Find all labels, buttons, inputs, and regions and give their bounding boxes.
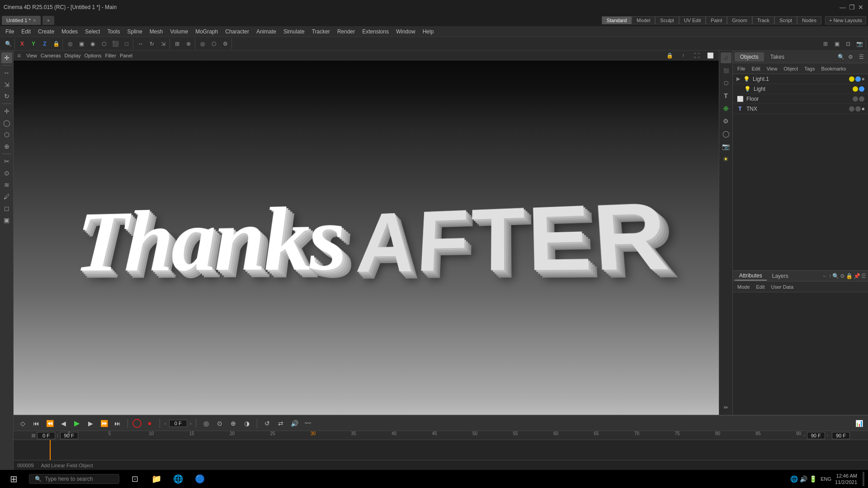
objects-settings-icon[interactable]: ⚙	[845, 52, 855, 62]
play-button[interactable]: ▶	[71, 418, 82, 429]
search-taskbar-button[interactable]: 🔍 Type here to search	[25, 471, 123, 487]
render-start-frame[interactable]: 90 F	[807, 432, 825, 439]
render-preview-button[interactable]: ▣	[76, 38, 87, 49]
layout-tab-script[interactable]: Script	[774, 16, 797, 24]
right-tool-material[interactable]: ❈	[721, 103, 731, 114]
tool-fill[interactable]: ▣	[1, 215, 12, 225]
options-menu-item[interactable]: Options	[85, 53, 102, 58]
go-end-button[interactable]: ⏭	[112, 418, 123, 429]
battery-icon[interactable]: 🔋	[809, 475, 817, 483]
render-all-button[interactable]: ⬡	[99, 38, 109, 49]
tool-smooth[interactable]: ≋	[1, 179, 12, 190]
menu-help[interactable]: Help	[419, 28, 438, 36]
render-cube-button[interactable]: ⬛	[110, 38, 121, 49]
menu-edit[interactable]: Edit	[18, 28, 34, 36]
menu-file[interactable]: File	[2, 28, 18, 36]
render-active-button[interactable]: ◉	[87, 38, 98, 49]
next-key-button[interactable]: ⏩	[99, 418, 109, 429]
tool-eraser[interactable]: ◻	[1, 203, 12, 214]
axis-z-button[interactable]: Z	[39, 38, 50, 49]
show-desktop-button[interactable]	[863, 472, 864, 486]
right-tool-fx[interactable]: ⬡	[721, 78, 731, 89]
viewport-render-btn[interactable]: ▣	[831, 38, 842, 49]
render-end-frame-display[interactable]: 90 F	[832, 432, 850, 439]
viewport-grid-btn[interactable]: ⊞	[820, 38, 831, 49]
axis-y-button[interactable]: Y	[28, 38, 39, 49]
attr-list-icon[interactable]: ☰	[861, 273, 866, 279]
menu-render[interactable]: Render	[334, 28, 359, 36]
language-indicator[interactable]: ENG	[821, 476, 831, 482]
obj-light1-yellow-dot[interactable]	[849, 76, 854, 82]
menu-create[interactable]: Create	[34, 28, 58, 36]
right-tool-light[interactable]: ☀	[721, 154, 731, 164]
menu-tracker[interactable]: Tracker	[308, 28, 334, 36]
menu-simulate[interactable]: Simulate	[280, 28, 308, 36]
right-tool-text[interactable]: T	[721, 90, 731, 101]
next-frame-button[interactable]: ▶	[85, 418, 96, 429]
volume-icon[interactable]: 🔊	[800, 475, 807, 483]
loop-btn[interactable]: ↺	[262, 418, 273, 429]
layout-tab-model[interactable]: Model	[632, 16, 655, 24]
frame-nav-left[interactable]: ‹	[803, 433, 805, 438]
tool-scale[interactable]: ⇲	[1, 79, 12, 90]
objbar-object[interactable]: Object	[781, 66, 801, 72]
file-explorer-button[interactable]: 📁	[146, 471, 166, 487]
viewport-area[interactable]: ≡ View Cameras Display Options Filter Pa…	[14, 51, 719, 415]
tab-layers[interactable]: Layers	[768, 272, 793, 280]
menu-mograph[interactable]: MoGraph	[192, 28, 222, 36]
tool-paint[interactable]: 🖊	[1, 191, 12, 202]
panel-menu-item[interactable]: Panel	[120, 53, 132, 58]
filter-menu-item[interactable]: Filter	[105, 53, 116, 58]
timeline-handle[interactable]	[32, 434, 35, 437]
task-view-button[interactable]: ⊡	[125, 471, 145, 487]
right-tool-pencil[interactable]: ✏	[721, 402, 731, 413]
tool-move[interactable]: ↔	[1, 67, 12, 78]
vp-lock-btn[interactable]: 🔒	[665, 51, 675, 61]
obj-light1[interactable]: ▶ 💡 Light.1 ■	[733, 74, 868, 84]
tool-knife[interactable]: ✂	[1, 156, 12, 167]
frame-nav-right[interactable]: ›	[827, 433, 828, 438]
edge-button[interactable]: 🌐	[168, 471, 188, 487]
layout-tab-groom[interactable]: Groom	[727, 16, 752, 24]
close-button[interactable]: ✕	[857, 4, 864, 11]
chrome-button[interactable]: 🔵	[190, 471, 210, 487]
viewport-canvas[interactable]: Thanks AFTER	[14, 61, 719, 415]
axis-x-button[interactable]: X	[17, 38, 28, 49]
obj-tnx[interactable]: T TNX ■	[733, 104, 868, 114]
layout-tab-standard[interactable]: Standard	[602, 16, 632, 24]
objbar-bookmarks[interactable]: Bookmarks	[818, 66, 849, 72]
curves-btn[interactable]: 〰	[302, 418, 313, 429]
vp-fullscreen-btn[interactable]: ⬜	[705, 51, 715, 61]
tool-add[interactable]: ✛	[1, 106, 12, 117]
record-auto-btn[interactable]: ●	[144, 418, 155, 429]
attr-edit[interactable]: Edit	[754, 284, 768, 290]
vp-maximize-btn[interactable]: ⛶	[692, 51, 702, 61]
display-menu-item[interactable]: Display	[64, 53, 80, 58]
render-region-button[interactable]: ◎	[65, 38, 75, 49]
objects-search-icon[interactable]: 🔍	[838, 54, 844, 60]
menu-extensions[interactable]: Extensions	[359, 28, 392, 36]
new-layout-button[interactable]: + New Layouts	[825, 16, 866, 24]
search-button[interactable]: 🔍	[3, 38, 14, 49]
viewport-camera-btn[interactable]: 📷	[854, 38, 865, 49]
objbar-edit[interactable]: Edit	[749, 66, 763, 72]
timeline-btn[interactable]: ⊕	[228, 418, 239, 429]
frame-forward-arrow[interactable]: ›	[190, 421, 192, 426]
render-mode-button[interactable]: □	[121, 38, 132, 49]
layout-tab-track[interactable]: Track	[752, 16, 774, 24]
record-btn[interactable]	[132, 419, 142, 428]
shading-settings-button[interactable]: ⚙	[220, 38, 231, 49]
tool-rotate[interactable]: ↻	[1, 91, 12, 102]
move-button[interactable]: ↔	[135, 38, 146, 49]
record-key-btn[interactable]: ◎	[201, 418, 212, 429]
current-frame-display[interactable]: 0 F	[169, 420, 187, 427]
auto-key-btn[interactable]: ⊙	[214, 418, 225, 429]
timeline-content[interactable]	[14, 440, 868, 460]
attr-userdata[interactable]: User Data	[769, 284, 797, 290]
layout-tab-paint[interactable]: Paint	[706, 16, 727, 24]
objbar-view[interactable]: View	[764, 66, 780, 72]
snap-button[interactable]: ⊕	[183, 38, 194, 49]
obj-light[interactable]: 💡 Light	[740, 84, 868, 94]
min-frame-display[interactable]: 0 F	[37, 432, 55, 439]
attr-lock-icon[interactable]: 🔒	[846, 273, 853, 279]
